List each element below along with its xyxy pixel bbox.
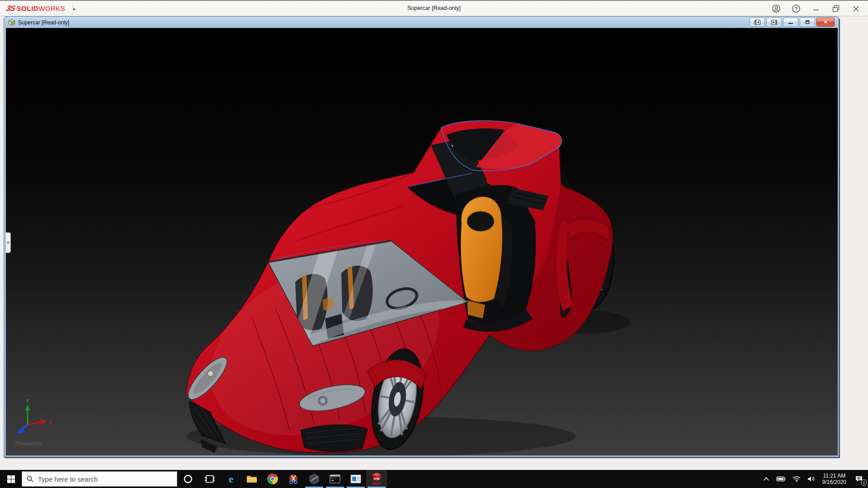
doc-restore-button[interactable] — [800, 18, 815, 27]
document-titlebar[interactable]: Supercar [Read-only] ✕ — [5, 17, 837, 28]
pane-left-button[interactable] — [750, 18, 765, 27]
taskbar-edge[interactable]: e — [221, 470, 241, 488]
app-title: Supercar [Read-only] — [0, 5, 868, 11]
taskbar-hexagon-app[interactable] — [304, 470, 325, 488]
taskbar-search[interactable] — [22, 471, 177, 487]
taskbar-photos[interactable] — [345, 470, 366, 488]
doc-close-button[interactable]: ✕ — [816, 18, 835, 27]
action-center-icon[interactable]: 1 — [850, 470, 868, 488]
close-button[interactable] — [848, 2, 863, 15]
svg-text:e: e — [229, 473, 234, 485]
volume-icon[interactable] — [804, 470, 819, 488]
panel-tab-dot — [7, 241, 9, 244]
feature-tree-collapsed-tab[interactable] — [6, 232, 11, 253]
cortana-button[interactable] — [177, 470, 199, 488]
close-x-glyph: ✕ — [823, 19, 827, 25]
tray-chevron-icon[interactable] — [760, 470, 773, 488]
triad-y-label: Y — [26, 398, 29, 404]
search-input[interactable] — [38, 475, 172, 483]
tray-clock[interactable]: 11:21 AM 9/16/2020 — [819, 473, 850, 485]
clock-time: 11:21 AM — [822, 473, 846, 479]
orientation-triad: Y X — [11, 389, 55, 435]
graphics-viewport[interactable]: Y X *Dimetric — [6, 28, 838, 455]
start-button[interactable] — [0, 470, 22, 488]
sw-icon-year: 2020 — [373, 481, 381, 486]
view-orientation-label: *Dimetric — [15, 440, 42, 447]
svg-text:?: ? — [795, 6, 797, 11]
wifi-icon[interactable] — [789, 470, 804, 488]
task-view-button[interactable] — [199, 470, 221, 488]
taskbar-command-prompt[interactable]: C:\ — [325, 470, 345, 488]
taskbar-chrome[interactable] — [262, 470, 283, 488]
triad-x-label: X — [48, 419, 52, 425]
car-model — [6, 28, 838, 455]
account-icon[interactable] — [769, 2, 784, 15]
battery-icon[interactable] — [773, 470, 789, 488]
system-tray: 11:21 AM 9/16/2020 1 — [760, 470, 868, 488]
pane-right-button[interactable] — [766, 18, 782, 27]
notification-badge: 1 — [861, 479, 867, 486]
windows-taskbar: e C:\ SW 20 — [0, 470, 868, 488]
minimize-button[interactable] — [808, 2, 824, 15]
app-titlebar: 3S SOLIDWORKS ▸ Supercar [Read-only] ? — [0, 0, 868, 16]
sw-icon-text: SW — [374, 477, 380, 481]
restore-button[interactable] — [828, 2, 844, 15]
part-document-icon — [8, 19, 15, 26]
document-title: Supercar [Read-only] — [18, 19, 69, 26]
taskbar-file-explorer[interactable] — [241, 470, 262, 488]
doc-minimize-button[interactable] — [783, 18, 798, 27]
clock-date: 9/16/2020 — [822, 479, 846, 485]
help-icon[interactable]: ? — [788, 2, 804, 15]
search-icon — [27, 475, 33, 483]
taskbar-solidworks[interactable]: SW 2020 — [366, 470, 387, 488]
document-window: Supercar [Read-only] ✕ — [4, 16, 839, 457]
taskbar-snipping-tool[interactable] — [283, 470, 304, 488]
svg-text:C:\: C:\ — [331, 477, 336, 480]
